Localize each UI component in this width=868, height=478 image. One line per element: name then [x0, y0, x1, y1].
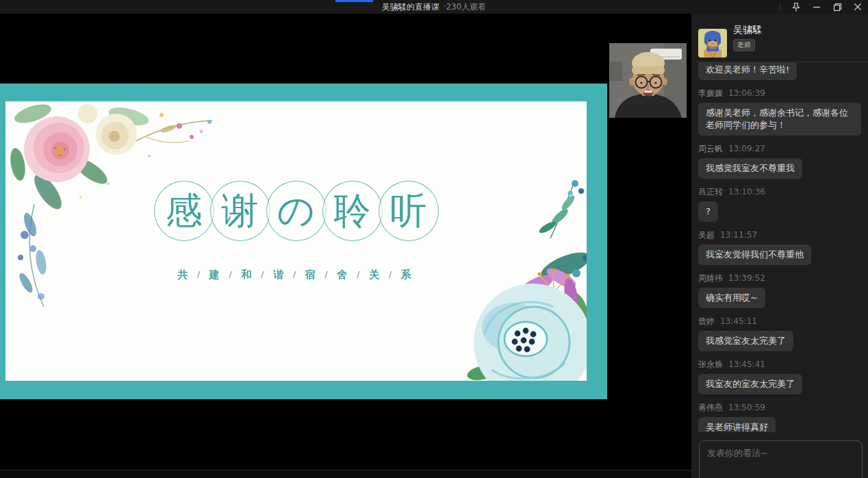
chat-author: 张永焕: [698, 360, 723, 369]
title-bar: 吴骕騥的直播课 ·230人观看: [0, 0, 868, 14]
chat-timestamp: 13:09:27: [728, 144, 765, 153]
teacher-avatar[interactable]: [698, 29, 727, 58]
pin-icon[interactable]: [786, 0, 806, 14]
bouquet-bottom-right: [465, 247, 587, 381]
chat-timestamp: 13:45:41: [728, 360, 765, 369]
chat-author: 蒋伟燕: [698, 403, 723, 412]
chat-bubble: 我室友的室友太完美了: [698, 374, 802, 394]
teacher-role-badge: 老师: [733, 39, 755, 51]
live-class-window: 吴骕騥的直播课 ·230人观看: [0, 0, 868, 478]
chat-timestamp: 13:50:59: [728, 403, 765, 412]
slide-title-char-circle: の: [266, 181, 327, 241]
chat-author: 周婧祎: [698, 273, 723, 283]
chat-message: 吴超13:11:57 我室友觉得我们不尊重他: [698, 230, 861, 265]
watercolor-artwork: [5, 101, 587, 381]
slide-title-char: の: [277, 192, 315, 229]
minimize-icon[interactable]: [806, 0, 827, 14]
chat-bubble: 确实有用哎~: [698, 288, 765, 308]
chat-message: 曾婷13:45:11 我感觉室友太完美了: [698, 316, 861, 351]
teacher-webcam-video[interactable]: [609, 43, 687, 118]
chat-message: 吕正转13:10:36 ?: [698, 187, 861, 222]
slide-title-char-circle: 感: [154, 181, 214, 241]
chat-author: 周云帆: [698, 144, 723, 153]
blue-flower: [474, 284, 587, 381]
teacher-name: 吴骕騥: [733, 24, 762, 36]
chat-bubble: 我感觉室友太完美了: [698, 331, 793, 351]
slide-title: 感 谢 の 聆 听: [5, 181, 587, 241]
chat-timestamp: 13:45:11: [720, 316, 757, 326]
chat-message: 周婧祎13:39:52 确实有用哎~: [698, 273, 861, 308]
chat-timestamp: 13:10:36: [728, 187, 765, 197]
webcam-portrait: [609, 43, 687, 118]
slide-title-char-circle: 聆: [322, 181, 383, 241]
chat-author: 李媛媛: [698, 88, 723, 98]
chat-bubble: ?: [698, 201, 718, 222]
chat-message: 张永焕13:45:41 我室友的室友太完美了: [698, 360, 861, 394]
slide-subtitle: 共 / 建 / 和 / 谐 / 宿 / 舍 / 关 / 系: [5, 268, 587, 281]
chat-bubble: 感谢吴老师，感谢余书记，感谢各位老师同学们的参与！: [698, 103, 861, 136]
close-icon[interactable]: [847, 0, 868, 14]
chat-header: 吴骕騥 老师: [691, 14, 868, 62]
window-controls: [780, 0, 868, 14]
chat-timestamp: 13:11:57: [720, 230, 757, 240]
chat-input-container: [699, 440, 863, 478]
restore-icon[interactable]: [827, 0, 847, 14]
slide-title-char-circle: 谢: [210, 181, 270, 241]
slide-paper: 感 谢 の 聆 听 共 / 建 / 和 / 谐 / 宿 / 舍 / 关 / 系: [5, 101, 587, 381]
player-bottom-strip: [0, 470, 691, 478]
slide-title-char: 感: [166, 192, 203, 229]
chat-bubble: 我感觉我室友不尊重我: [698, 158, 802, 179]
controls-divider: [780, 3, 780, 11]
chat-message-clipped: 欢迎吴老师！辛苦啦!: [698, 62, 861, 80]
chat-author: 吕正转: [698, 187, 723, 197]
chat-bubble: 欢迎吴老师！辛苦啦!: [698, 62, 797, 80]
viewer-count: ·230人观看: [444, 1, 487, 13]
slide-title-char: 谢: [222, 192, 259, 229]
chat-timestamp: 13:39:52: [728, 273, 765, 283]
chat-panel: 吴骕騥 老师 欢迎吴老师！辛苦啦! 李媛媛13:06:39 感谢吴老师，感谢余书…: [691, 14, 868, 478]
chat-author: 吴超: [698, 230, 715, 240]
chat-bubble: 我室友觉得我们不尊重他: [698, 244, 811, 265]
slide-title-char: 听: [390, 192, 427, 229]
chat-message: 蒋伟燕13:50:59 吴老师讲得真好: [698, 403, 861, 432]
presentation-slide: 感 谢 の 聆 听 共 / 建 / 和 / 谐 / 宿 / 舍 / 关 / 系: [0, 84, 607, 399]
chat-message: 李媛媛13:06:39 感谢吴老师，感谢余书记，感谢各位老师同学们的参与！: [698, 88, 861, 136]
chat-bubble: 吴老师讲得真好: [698, 417, 776, 432]
stream-title: 吴骕騥的直播课 ·230人观看: [0, 0, 868, 14]
stream-title-text: 吴骕騥的直播课: [382, 1, 439, 13]
stream-stage: 感 谢 の 聆 听 共 / 建 / 和 / 谐 / 宿 / 舍 / 关 / 系: [0, 14, 691, 478]
slide-title-char: 聆: [334, 192, 371, 229]
chat-input[interactable]: [699, 440, 863, 478]
chat-timestamp: 13:06:39: [728, 88, 765, 98]
chat-author: 曾婷: [698, 316, 715, 326]
chat-message: 周云帆13:09:27 我感觉我室友不尊重我: [698, 144, 861, 179]
chat-message-list[interactable]: 欢迎吴老师！辛苦啦! 李媛媛13:06:39 感谢吴老师，感谢余书记，感谢各位老…: [691, 62, 868, 432]
slide-title-char-circle: 听: [379, 181, 439, 241]
